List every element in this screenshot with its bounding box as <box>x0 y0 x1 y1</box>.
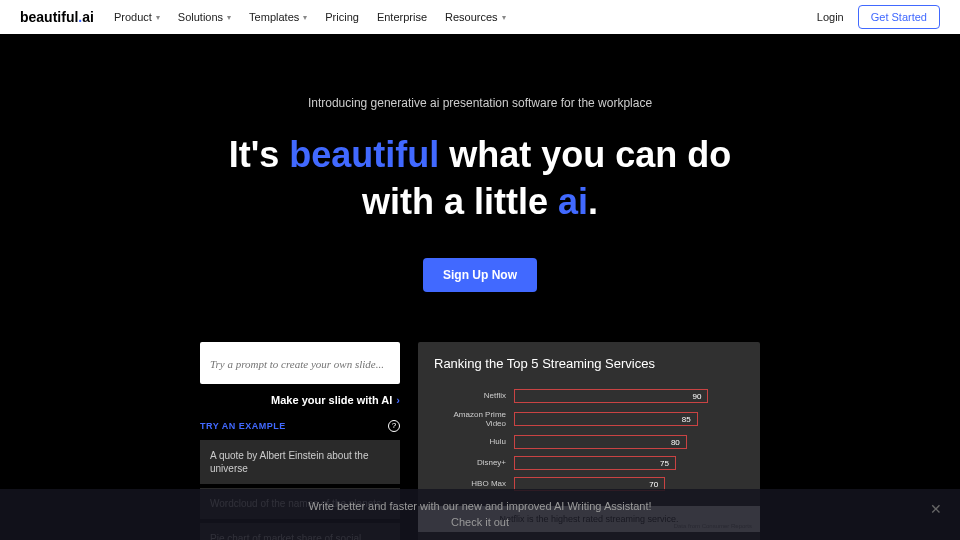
bar-row: Hulu80 <box>434 435 730 449</box>
bar-row: Netflix90 <box>434 389 730 403</box>
nav-right: Login Get Started <box>817 5 940 29</box>
nav-templates[interactable]: Templates▾ <box>249 11 307 23</box>
example-item[interactable]: A quote by Albert Einstein about the uni… <box>200 440 400 484</box>
banner-text: Write better and faster with our new and… <box>10 499 950 530</box>
chevron-down-icon: ▾ <box>502 13 506 22</box>
logo[interactable]: beautiful.ai <box>20 9 94 25</box>
bar-row: Amazon Prime Video85 <box>434 410 730 428</box>
try-header: TRY AN EXAMPLE ? <box>200 420 400 432</box>
chart-title: Ranking the Top 5 Streaming Services <box>418 342 760 381</box>
nav-solutions[interactable]: Solutions▾ <box>178 11 231 23</box>
chart-body: Netflix90 Amazon Prime Video85 Hulu80 Di… <box>418 381 760 506</box>
nav-enterprise[interactable]: Enterprise <box>377 11 427 23</box>
close-icon[interactable]: ✕ <box>930 501 942 517</box>
make-slide-link[interactable]: Make your slide with AI › <box>200 394 400 406</box>
chevron-right-icon: › <box>396 394 400 406</box>
nav-left: beautiful.ai Product▾ Solutions▾ Templat… <box>20 9 506 25</box>
chevron-down-icon: ▾ <box>227 13 231 22</box>
nav-resources[interactable]: Resources▾ <box>445 11 506 23</box>
prompt-input-container <box>200 342 400 384</box>
chevron-down-icon: ▾ <box>156 13 160 22</box>
chevron-down-icon: ▾ <box>303 13 307 22</box>
nav-links: Product▾ Solutions▾ Templates▾ Pricing E… <box>114 11 506 23</box>
help-icon[interactable]: ? <box>388 420 400 432</box>
nav-product[interactable]: Product▾ <box>114 11 160 23</box>
hero-headline: It's beautiful what you can do with a li… <box>20 132 940 226</box>
hero-subtitle: Introducing generative ai presentation s… <box>20 96 940 110</box>
login-link[interactable]: Login <box>817 11 844 23</box>
logo-suffix: ai <box>82 9 94 25</box>
bar-row: Disney+75 <box>434 456 730 470</box>
logo-prefix: beautiful <box>20 9 78 25</box>
try-example-label: TRY AN EXAMPLE <box>200 421 286 431</box>
signup-button[interactable]: Sign Up Now <box>423 258 537 292</box>
promo-banner: Write better and faster with our new and… <box>0 489 960 540</box>
navbar: beautiful.ai Product▾ Solutions▾ Templat… <box>0 0 960 34</box>
get-started-button[interactable]: Get Started <box>858 5 940 29</box>
prompt-input[interactable] <box>210 358 390 370</box>
hero: Introducing generative ai presentation s… <box>0 34 960 322</box>
nav-pricing[interactable]: Pricing <box>325 11 359 23</box>
